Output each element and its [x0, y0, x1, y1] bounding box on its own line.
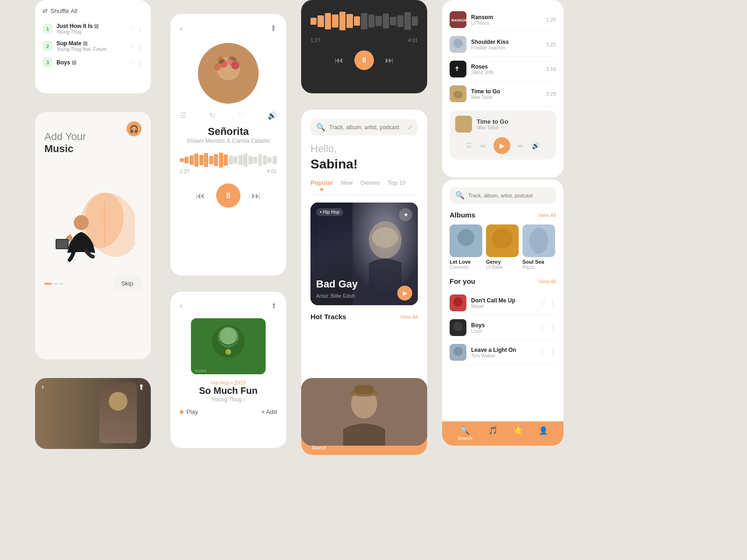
track-info: Shoulder Kiss Freddie Joachim	[471, 39, 542, 50]
favorite-icon[interactable]: ♡	[238, 111, 245, 120]
playlist-card: ⇄ Shuffle All 1 Just How It Is 🅴 Young T…	[35, 0, 151, 93]
track-info: Don't Call Me Up Mabel	[471, 297, 535, 309]
album-title: Let Love	[450, 259, 482, 265]
tab-popular[interactable]: Popular	[310, 179, 333, 191]
track-info: Just How It Is 🅴 Young Thug	[56, 23, 125, 35]
svg-point-15	[231, 61, 240, 70]
bottom-image-bg	[301, 378, 427, 446]
share-button[interactable]: ⬆	[271, 301, 277, 310]
track-item[interactable]: 1 Just How It Is 🅴 Young Thug ♡ ⋮	[42, 20, 143, 37]
hot-tracks-header: Hot Tracks View All	[310, 313, 418, 321]
share-button[interactable]: ⬆	[270, 23, 277, 34]
more-icon[interactable]: ⋮	[550, 349, 556, 356]
next-button[interactable]: ⏭	[518, 142, 524, 149]
dot-inactive	[59, 283, 63, 285]
skip-button[interactable]: Skip	[113, 276, 141, 291]
track-art: RANSOM	[450, 11, 466, 28]
view-all-for-you-button[interactable]: View All	[538, 279, 556, 284]
volume-icon[interactable]: 🔊	[532, 142, 540, 149]
svg-rect-52	[355, 385, 374, 394]
repeat-icon[interactable]: ↻	[209, 111, 215, 120]
add-music-card: 🎧 Add Your Music	[35, 112, 151, 359]
total-time: 4:01	[267, 168, 277, 174]
more-icon[interactable]: ⋮	[550, 324, 556, 331]
svg-text:Explicit: Explicit	[195, 369, 207, 373]
search-bar[interactable]: 🔍	[450, 187, 556, 203]
track-row-roses[interactable]: ✝ Roses SAINt JHN 3:16	[450, 57, 556, 82]
track-title: Time to Go	[471, 88, 542, 95]
track-art	[450, 36, 466, 53]
view-all-albums-button[interactable]: View All	[538, 212, 556, 218]
pause-button[interactable]: ⏸	[216, 183, 240, 208]
pagination-dots	[44, 283, 63, 285]
track-dont-call-me-up[interactable]: Don't Call Me Up Mabel ♡ ⋮	[450, 291, 556, 315]
expand-icon[interactable]: ⤢	[408, 124, 412, 131]
track-item[interactable]: 3 Boys 🅴 ♡ ⋮	[42, 55, 143, 70]
add-button[interactable]: + Add	[261, 408, 277, 415]
footer-star-button[interactable]: ⭐	[514, 426, 523, 441]
search-input[interactable]	[468, 193, 550, 198]
track-row-time-to-go[interactable]: Time to Go Wax Tailor 3:29	[450, 82, 556, 106]
volume-icon[interactable]: 🔊	[268, 111, 277, 120]
tab-genres[interactable]: Genres	[360, 179, 380, 191]
bottom-image-card	[301, 378, 427, 446]
favorite-icon[interactable]: ♡	[540, 349, 546, 356]
back-button[interactable]: ‹	[180, 301, 183, 311]
track-item[interactable]: 2 Sup Mate 🅴 Young Thug feat. Future ♡ ⋮	[42, 37, 143, 55]
footer-profile-button[interactable]: 👤	[539, 426, 548, 441]
featured-play-button[interactable]: ▶	[397, 286, 412, 301]
tab-top10[interactable]: Top 10	[388, 179, 406, 191]
next-button[interactable]: ⏭	[385, 56, 394, 65]
play-button[interactable]: Play	[180, 408, 198, 415]
album-item-let-love[interactable]: Let Love Common	[450, 224, 482, 270]
track-title: Señorita	[208, 126, 249, 138]
favorite-icon[interactable]: ♡	[540, 324, 546, 331]
shuffle-row[interactable]: ⇄ Shuffle All	[42, 7, 143, 14]
dot-inactive	[54, 283, 57, 285]
track-leave-light-on[interactable]: Leave a Light On Tom Walker ♡ ⋮	[450, 340, 556, 365]
next-button[interactable]: ⏭	[252, 190, 261, 201]
mini-playback-controls: ☰ ⏮ ▶ ⏭ 🔊	[455, 137, 550, 154]
track-actions: ♡ ⋮	[540, 324, 556, 331]
albums-grid: Let Love Common Genry Lil Babe Soul Sea …	[450, 224, 556, 270]
search-input[interactable]	[329, 124, 404, 131]
share-button[interactable]: ⬆	[138, 383, 144, 392]
pause-button[interactable]: ⏸	[354, 50, 374, 70]
svg-point-14	[214, 64, 221, 70]
track-boys[interactable]: Boys Lizzo ♡ ⋮	[450, 315, 556, 340]
avatar-image	[198, 43, 259, 104]
lyrics-icon[interactable]: ☰	[180, 111, 186, 120]
more-icon[interactable]: ⋮	[550, 299, 556, 307]
featured-favorite-button[interactable]: ★	[399, 208, 412, 221]
play-button[interactable]: ▶	[493, 137, 510, 154]
dark-controls: ⏮ ⏸ ⏭	[310, 50, 418, 70]
back-button[interactable]: ‹	[180, 24, 183, 34]
track-duration: 3:29	[546, 91, 556, 97]
back-button[interactable]: ‹	[42, 383, 44, 391]
search-bar[interactable]: 🔍 ⤢	[310, 119, 418, 135]
album-item-genry[interactable]: Genry Lil Babe	[486, 224, 519, 270]
svg-point-48	[453, 347, 463, 356]
track-artist: Tom Walker	[471, 353, 535, 358]
prev-button[interactable]: ⏮	[335, 56, 343, 65]
tab-new[interactable]: New	[340, 179, 352, 191]
add-music-title: Add Your	[44, 131, 141, 143]
track-row-ransom[interactable]: RANSOM Ransom Lil Tecca 1:20	[450, 7, 556, 32]
portrait-photo	[99, 383, 137, 443]
prev-button[interactable]: ⏮	[479, 142, 486, 149]
track-title: Leave a Light On	[471, 347, 535, 353]
view-all-button[interactable]: View All	[400, 314, 418, 320]
svg-point-42	[529, 228, 548, 254]
footer-search-button[interactable]: 🔍 Search	[458, 426, 472, 441]
favorite-icon[interactable]: ♡	[540, 299, 546, 307]
illustration-svg	[51, 178, 135, 262]
np-controls-top: ☰ ↻ ♡ 🔊	[180, 111, 277, 120]
track-artist: Young Thug	[56, 29, 125, 35]
track-row-shoulder-kiss[interactable]: Shoulder Kiss Freddie Joachim 3:25	[450, 32, 556, 57]
prev-button[interactable]: ⏮	[196, 190, 205, 201]
album-item-soul-sea[interactable]: Soul Sea Razzi	[522, 224, 555, 270]
track-actions: ♡ ⋮	[129, 25, 143, 33]
so-much-fun-card: ‹ ⬆ Explicit Hip Hop • 2019 So Much Fun …	[170, 292, 286, 448]
lyrics-toggle[interactable]: ☰	[466, 142, 472, 149]
footer-music-button[interactable]: 🎵	[488, 426, 498, 441]
